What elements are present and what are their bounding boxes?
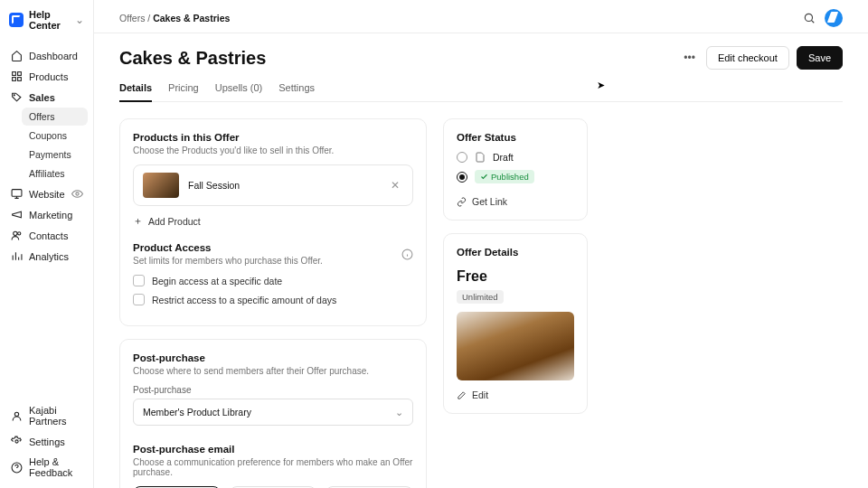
gear-icon: [11, 436, 23, 447]
chevron-down-icon: ⌄: [75, 14, 84, 26]
get-link-button[interactable]: Get Link: [457, 196, 574, 207]
nav-settings[interactable]: Settings: [5, 431, 88, 452]
nav-label: Marketing: [29, 210, 72, 221]
brand-switcher[interactable]: Help Center ⌄: [0, 0, 93, 42]
account-avatar[interactable]: [825, 9, 843, 27]
check-icon: [480, 173, 488, 181]
subnav-payments[interactable]: Payments: [22, 145, 88, 164]
checkbox-icon: [133, 275, 145, 286]
offer-image: [457, 312, 574, 380]
subnav-coupons[interactable]: Coupons: [22, 127, 88, 145]
radio-icon: [457, 172, 467, 183]
edit-offer-button[interactable]: Edit: [457, 389, 574, 400]
breadcrumb: Offers / Cakes & Pastries: [119, 13, 230, 23]
remove-product-icon[interactable]: ✕: [387, 177, 403, 193]
offer-price: Free: [457, 268, 574, 285]
nav-sales[interactable]: Sales: [5, 87, 88, 108]
home-icon: [11, 50, 23, 61]
nav-label: Help & Feedback: [29, 456, 82, 478]
status-draft[interactable]: Draft: [457, 152, 574, 163]
svg-point-10: [15, 440, 18, 443]
offer-status-card: Offer Status Draft Published: [443, 118, 588, 221]
subnav-affiliates[interactable]: Affiliates: [22, 164, 88, 183]
checkbox-begin-access[interactable]: Begin access at a specific date: [133, 275, 413, 286]
card-title: Products in this Offer: [133, 132, 413, 143]
svg-point-9: [14, 412, 18, 416]
users-icon: [11, 230, 23, 241]
nav-marketing[interactable]: Marketing: [5, 204, 88, 225]
nav-label: Analytics: [29, 251, 69, 262]
brand-name: Help Center: [29, 9, 70, 31]
card-title: Offer Details: [457, 247, 574, 258]
tab-upsells[interactable]: Upsells (0): [215, 77, 263, 101]
edit-checkout-button[interactable]: Edit checkout: [706, 46, 789, 70]
radio-icon: [457, 152, 467, 163]
nav-label: Sales: [29, 92, 55, 103]
megaphone-icon: [11, 209, 23, 221]
post-purchase-card: Post-purchase Choose where to send membe…: [119, 339, 427, 488]
select-value: Member's Product Library: [143, 407, 251, 418]
svg-rect-2: [13, 78, 16, 81]
nav-label: Settings: [29, 436, 65, 447]
status-published[interactable]: Published: [457, 170, 574, 183]
info-icon[interactable]: [401, 249, 413, 260]
nav-products[interactable]: Products: [5, 66, 88, 87]
tab-pricing[interactable]: Pricing: [168, 77, 199, 101]
nav-contacts[interactable]: Contacts: [5, 225, 88, 246]
breadcrumb-current: Cakes & Pastries: [153, 13, 230, 23]
user-icon: [11, 410, 23, 422]
product-name: Fall Session: [188, 180, 378, 191]
checkbox-icon: [133, 294, 145, 305]
monitor-icon: [11, 188, 23, 200]
plus-icon: ＋: [133, 215, 143, 228]
document-icon: [475, 152, 486, 163]
products-card: Products in this Offer Choose the Produc…: [119, 118, 427, 326]
field-label: Post-purchase: [133, 385, 413, 395]
post-purchase-select[interactable]: Member's Product Library ⌄: [133, 399, 413, 426]
svg-point-4: [14, 95, 14, 96]
svg-rect-3: [18, 78, 22, 81]
save-button[interactable]: Save: [797, 46, 843, 70]
svg-point-7: [14, 231, 17, 235]
offer-details-card: Offer Details Free Unlimited Edit: [443, 233, 588, 414]
product-row: Fall Session ✕: [133, 164, 413, 206]
card-title: Offer Status: [457, 132, 574, 143]
more-actions-icon[interactable]: •••: [678, 46, 701, 70]
nav-label: Contacts: [29, 230, 68, 241]
search-icon[interactable]: [803, 12, 816, 24]
add-product-button[interactable]: ＋ Add Product: [133, 215, 413, 228]
svg-point-6: [75, 192, 78, 195]
card-subtitle: Choose the Products you'd like to sell i…: [133, 145, 413, 155]
eye-icon[interactable]: [71, 188, 83, 200]
nav-label: Website: [29, 189, 65, 200]
chevron-down-icon: ⌄: [395, 407, 403, 418]
subnav-offers[interactable]: Offers: [22, 108, 88, 126]
chart-icon: [11, 250, 23, 262]
nav-label: Kajabi Partners: [29, 405, 82, 427]
tab-settings[interactable]: Settings: [278, 77, 315, 101]
help-icon: [11, 462, 23, 474]
nav-label: Dashboard: [29, 51, 78, 61]
tab-details[interactable]: Details: [119, 77, 152, 102]
nav-website[interactable]: Website: [5, 183, 88, 204]
pencil-icon: [457, 390, 467, 400]
card-title: Post-purchase: [133, 352, 413, 363]
brand-logo: [9, 13, 24, 27]
nav-help[interactable]: Help & Feedback: [5, 452, 88, 483]
section-title: Product Access: [133, 242, 323, 253]
section-subtitle: Choose a communication preference for me…: [133, 457, 413, 477]
nav-label: Products: [29, 71, 68, 82]
card-subtitle: Choose where to send members after their…: [133, 366, 413, 376]
nav-analytics[interactable]: Analytics: [5, 246, 88, 267]
nav-partners[interactable]: Kajabi Partners: [5, 400, 88, 431]
unlimited-badge: Unlimited: [457, 290, 504, 304]
svg-point-12: [805, 14, 812, 21]
breadcrumb-root[interactable]: Offers: [119, 13, 145, 23]
product-thumbnail: [143, 173, 179, 198]
svg-rect-0: [13, 72, 16, 76]
nav-dashboard[interactable]: Dashboard: [5, 45, 88, 66]
svg-rect-1: [18, 72, 22, 76]
link-icon: [457, 197, 467, 207]
checkbox-restrict-access[interactable]: Restrict access to a specific amount of …: [133, 294, 413, 305]
grid-icon: [11, 70, 23, 82]
